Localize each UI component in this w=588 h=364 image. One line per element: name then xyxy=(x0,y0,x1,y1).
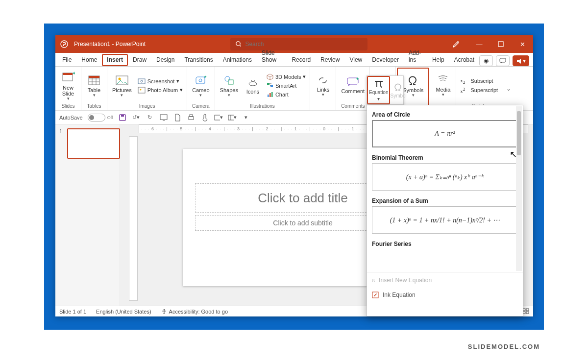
group-illustrations: Shapes▾ Icons 3D Models ▾ SmartArt Chart… xyxy=(215,67,311,110)
shapes-button[interactable]: Shapes▾ xyxy=(219,73,239,97)
tab-slideshow[interactable]: Slide Show xyxy=(257,47,287,66)
svg-point-17 xyxy=(141,80,143,82)
ink-equation[interactable]: Ink Equation xyxy=(367,288,523,302)
search-icon xyxy=(235,41,242,48)
touch-icon[interactable] xyxy=(200,113,209,122)
search-input[interactable] xyxy=(245,41,362,48)
redo-icon[interactable]: ↻ xyxy=(146,113,154,122)
icons-button[interactable]: Icons xyxy=(244,75,262,96)
comments-pane-button[interactable] xyxy=(496,55,510,66)
tab-help[interactable]: Help xyxy=(427,54,449,66)
undo-icon[interactable]: ↺▾ xyxy=(132,113,141,122)
ink-icon xyxy=(372,291,379,298)
tab-file[interactable]: File xyxy=(57,54,76,66)
autosave-toggle[interactable] xyxy=(88,114,105,121)
print-icon[interactable] xyxy=(187,113,196,122)
slide-thumbnail-1[interactable] xyxy=(67,128,120,159)
present-icon[interactable] xyxy=(159,113,168,122)
insert-new-equation[interactable]: πInsert New Equation xyxy=(367,272,523,288)
tab-animations[interactable]: Animations xyxy=(218,54,257,66)
scrollbar-thumb[interactable] xyxy=(517,111,521,155)
media-button[interactable]: Media▾ xyxy=(434,74,452,97)
tab-draw[interactable]: Draw xyxy=(128,54,151,66)
chart-icon xyxy=(267,91,273,98)
svg-rect-30 xyxy=(270,93,271,97)
gallery-item-expansion[interactable]: (1 + x)ⁿ = 1 + nx/1! + n(n−1)x²/2! + ⋯ xyxy=(372,206,518,234)
view-sorter-icon[interactable] xyxy=(522,308,529,315)
gallery-title-4: Fourier Series xyxy=(372,238,518,249)
chart-button[interactable]: Chart xyxy=(267,91,306,98)
pictures-icon xyxy=(115,74,129,86)
ribbon-collapse-button[interactable]: ⌄ xyxy=(502,67,515,110)
tab-transitions[interactable]: Transitions xyxy=(179,54,218,66)
pictures-button[interactable]: Pictures▾ xyxy=(111,73,133,97)
qat-more-1[interactable]: ▾ xyxy=(214,113,223,122)
status-slide[interactable]: Slide 1 of 1 xyxy=(59,309,86,315)
close-button[interactable]: ✕ xyxy=(512,35,533,53)
superscript-button[interactable]: x2 Superscript xyxy=(460,87,498,94)
svg-point-21 xyxy=(199,79,202,82)
new-slide-button[interactable]: ✦ New Slide▾ xyxy=(59,70,77,101)
svg-point-23 xyxy=(225,76,230,81)
icons-icon xyxy=(247,76,259,88)
group-media: Media▾ xyxy=(430,67,456,110)
smartart-button[interactable]: SmartArt xyxy=(267,82,306,89)
status-language[interactable]: English (United States) xyxy=(96,309,151,315)
omega-icon xyxy=(407,74,419,86)
gallery-item-area-circle[interactable]: A = πr² xyxy=(372,120,518,147)
links-button[interactable]: Links▾ xyxy=(314,74,332,97)
tab-review[interactable]: Review xyxy=(316,54,344,66)
gallery-title-1: Area of Circle xyxy=(372,108,518,120)
search-box[interactable] xyxy=(230,38,368,50)
qat-customize[interactable]: ▾ xyxy=(242,113,250,122)
tab-record[interactable]: Record xyxy=(287,54,316,66)
qat-more-2[interactable]: ▾ xyxy=(228,113,237,122)
ribbon-tabs: File Home Insert Draw Design Transitions… xyxy=(55,53,533,67)
subscript-button[interactable]: x2 Subscript xyxy=(460,77,498,85)
tab-addins[interactable]: Add-ins xyxy=(404,47,427,66)
minimize-button[interactable]: — xyxy=(468,35,490,53)
photo-album-button[interactable]: Photo Album ▾ xyxy=(138,87,183,94)
svg-rect-29 xyxy=(268,95,269,97)
svg-rect-48 xyxy=(526,312,529,314)
gallery-scrollbar[interactable] xyxy=(516,106,522,271)
table-button[interactable]: Table▾ xyxy=(85,73,103,97)
slide-thumbnails: 1 xyxy=(55,124,119,306)
record-button[interactable]: ◉ xyxy=(479,55,493,66)
tab-home[interactable]: Home xyxy=(76,54,102,66)
ribbon: ✦ New Slide▾ Slides Table▾ Tables Pictur… xyxy=(55,67,533,111)
svg-rect-38 xyxy=(190,115,193,117)
new-slide-icon: ✦ xyxy=(61,71,75,84)
shapes-icon xyxy=(222,74,235,86)
svg-point-19 xyxy=(140,89,141,90)
app-icon xyxy=(55,40,73,49)
group-comments: ✦ Comment Comments xyxy=(336,67,370,110)
3d-models-button[interactable]: 3D Models ▾ xyxy=(267,73,306,80)
tab-insert[interactable]: Insert xyxy=(102,54,128,66)
screenshot-button[interactable]: Screenshot ▾ xyxy=(138,78,183,85)
table-icon xyxy=(88,74,100,86)
tab-view[interactable]: View xyxy=(344,54,367,66)
group-links: Links▾ xyxy=(310,67,336,110)
svg-point-1 xyxy=(236,42,240,46)
pen-icon[interactable] xyxy=(452,40,461,49)
svg-rect-31 xyxy=(271,92,273,97)
svg-text:✦: ✦ xyxy=(72,71,75,76)
gallery-item-binomial[interactable]: (x + a)ⁿ = Σₖ₌₀ⁿ (ⁿₖ) xᵏ aⁿ⁻ᵏ xyxy=(372,163,518,191)
comment-button[interactable]: ✦ Comment xyxy=(340,75,366,95)
group-images: Pictures▾ Screenshot ▾ Photo Album ▾ Ima… xyxy=(107,67,187,110)
autosave-label: AutoSave xyxy=(59,115,83,121)
tab-developer[interactable]: Developer xyxy=(367,54,404,66)
status-accessibility[interactable]: Accessibility: Good to go xyxy=(161,309,228,315)
symbols-popup: Equation▾ Symbol xyxy=(367,75,404,105)
symbol-button[interactable]: Symbol xyxy=(390,76,406,104)
cameo-button[interactable]: ✦ Cameo▾ xyxy=(191,73,210,97)
equation-button[interactable]: Equation▾ xyxy=(367,76,390,104)
gallery-title-3: Expansion of a Sum xyxy=(372,194,518,206)
tab-design[interactable]: Design xyxy=(151,54,179,66)
share-button[interactable]: ▾ xyxy=(513,55,529,66)
save-icon[interactable] xyxy=(118,113,127,122)
maximize-button[interactable] xyxy=(490,35,512,53)
tab-acrobat[interactable]: Acrobat xyxy=(449,54,479,66)
new-file-icon[interactable] xyxy=(173,113,182,122)
